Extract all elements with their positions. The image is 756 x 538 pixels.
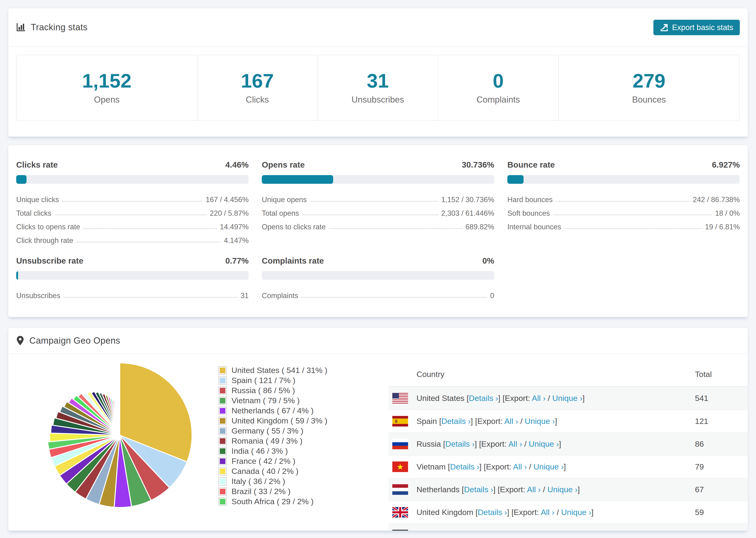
nl-flag-icon <box>392 484 408 495</box>
geo-table: Country Total United States [Details ›] … <box>388 362 748 531</box>
slash-text: / <box>546 394 552 403</box>
legend-label: Italy ( 36 / 2% ) <box>232 477 285 486</box>
export-all-link[interactable]: All › <box>541 508 555 517</box>
country-cell: United Kingdom [Details ›] [Export: All … <box>392 507 695 517</box>
rate-detail-value: 2,303 / 61.446% <box>441 209 494 218</box>
export-unique-link[interactable]: Unique › <box>552 394 582 403</box>
rate-detail-value: 14.497% <box>220 223 249 231</box>
summary-stats-strip: 1,152Opens167Clicks31Unsubscribes0Compla… <box>16 55 740 121</box>
legend-item-germany: Germany ( 55 / 3% ) <box>218 426 327 436</box>
geo-pie-legend: United States ( 541 / 31% )Spain ( 121 /… <box>218 365 327 507</box>
rate-detail-label: Unique clicks <box>16 195 59 204</box>
country-links: United States [Details ›] [Export: All ›… <box>416 394 585 403</box>
country-name: Russia [ <box>416 439 445 448</box>
country-name: Vietnam [ <box>416 462 450 471</box>
dotted-leader <box>301 297 487 297</box>
stat-label: Opens <box>94 95 120 105</box>
summary-stat-unsubscribes: 31Unsubscribes <box>318 55 438 120</box>
country-cell: Russia [Details ›] [Export: All › / Uniq… <box>392 439 695 449</box>
details-link[interactable]: Details › <box>464 485 493 494</box>
legend-swatch <box>218 447 227 456</box>
rate-detail-value: 0 <box>490 292 494 300</box>
legend-label: United Kingdom ( 59 / 3% ) <box>232 416 327 425</box>
vn-flag-icon: ★ <box>392 461 408 472</box>
total-cell: 79 <box>695 462 748 471</box>
rate-value: 30.736% <box>462 160 494 170</box>
rate-detail-rows: Unsubscribes31 <box>16 286 249 300</box>
dotted-leader <box>556 201 689 202</box>
dotted-leader <box>83 228 216 229</box>
ru-flag-icon <box>392 439 408 449</box>
us-flag-icon <box>392 393 408 404</box>
details-link[interactable]: Details › <box>445 439 475 448</box>
stat-label: Complaints <box>476 95 520 105</box>
country-links: United Kingdom [Details ›] [Export: All … <box>416 508 594 517</box>
stat-label: Unsubscribes <box>351 95 404 105</box>
legend-swatch <box>218 477 227 486</box>
summary-stat-opens: 1,152Opens <box>17 55 197 120</box>
geo-table-row: Netherlands [Details ›] [Export: All › /… <box>388 478 748 501</box>
rate-detail-value: 167 / 4.456% <box>206 195 249 204</box>
rate-detail-label: Opens to clicks rate <box>262 223 326 231</box>
rate-detail-label: Internal bounces <box>507 223 561 231</box>
geo-table-row <box>388 523 748 531</box>
legend-label: Netherlands ( 67 / 4% ) <box>232 406 314 415</box>
bracket-text: ] [Export: <box>493 485 527 494</box>
rates-grid: Clicks rate4.46%Unique clicks167 / 4.456… <box>16 160 740 300</box>
export-basic-stats-button[interactable]: Export basic stats <box>653 20 740 35</box>
legend-label: United States ( 541 / 31% ) <box>232 366 327 375</box>
es-flag-icon <box>392 416 408 426</box>
rate-detail-row: Opens to clicks rate689.82% <box>262 218 494 231</box>
dotted-leader <box>77 242 221 242</box>
country-cell: ★Vietnam [Details ›] [Export: All › / Un… <box>392 461 695 472</box>
rate-detail-label: Total opens <box>262 209 299 218</box>
geo-pie-chart[interactable] <box>40 355 199 515</box>
export-unique-link[interactable]: Unique › <box>547 485 577 494</box>
export-all-link[interactable]: All › <box>513 462 527 471</box>
geo-table-row: ★Vietnam [Details ›] [Export: All › / Un… <box>388 455 748 478</box>
geo-title-text: Campaign Geo Opens <box>29 336 120 346</box>
details-link[interactable]: Details › <box>469 394 498 403</box>
export-unique-link[interactable]: Unique › <box>529 439 559 448</box>
rate-detail-value: 220 / 5.87% <box>210 209 249 218</box>
bracket-text: ] [Export: <box>498 394 532 403</box>
export-all-link[interactable]: All › <box>508 439 522 448</box>
geo-opens-header: Campaign Geo Opens <box>8 328 748 354</box>
export-icon <box>660 23 669 32</box>
bar-chart-icon <box>16 23 26 32</box>
rate-detail-row: Clicks to opens rate14.497% <box>16 218 249 231</box>
details-link[interactable]: Details › <box>450 462 479 471</box>
legend-swatch <box>218 406 227 415</box>
export-unique-link[interactable]: Unique › <box>561 508 591 517</box>
geo-table-header-total: Total <box>695 370 748 379</box>
legend-swatch <box>218 376 227 385</box>
country-links: Spain [Details ›] [Export: All › / Uniqu… <box>416 417 557 426</box>
rate-title: Complaints rate <box>262 256 324 265</box>
bracket-text: ] [Export: <box>475 439 509 448</box>
rate-progress-bar <box>507 175 740 184</box>
export-all-link[interactable]: All › <box>532 394 546 403</box>
geo-table-header-country: Country <box>388 370 695 379</box>
tracking-stats-card: Tracking stats Export basic stats 1,152O… <box>8 8 748 137</box>
country-links: Netherlands [Details ›] [Export: All › /… <box>416 485 580 494</box>
export-all-link[interactable]: All › <box>504 417 518 426</box>
rate-progress-fill <box>16 175 27 184</box>
dotted-leader <box>64 297 237 297</box>
rate-detail-row: Hard bounces242 / 86.738% <box>507 190 740 204</box>
export-all-link[interactable]: All › <box>527 485 541 494</box>
legend-swatch <box>218 457 227 465</box>
details-link[interactable]: Details › <box>441 417 471 426</box>
export-unique-link[interactable]: Unique › <box>533 462 564 471</box>
country-cell: Netherlands [Details ›] [Export: All › /… <box>392 484 695 495</box>
details-link[interactable]: Details › <box>478 508 507 517</box>
export-unique-link[interactable]: Unique › <box>525 417 555 426</box>
stat-value: 0 <box>493 71 504 91</box>
legend-item-russia: Russia ( 86 / 5% ) <box>218 385 327 396</box>
rate-header: Clicks rate4.46% <box>16 160 249 170</box>
dotted-leader <box>302 215 438 215</box>
rate-title: Clicks rate <box>16 160 58 170</box>
rate-detail-value: 31 <box>241 292 249 300</box>
rate-detail-rows: Hard bounces242 / 86.738%Soft bounces18 … <box>507 190 740 231</box>
stat-label: Clicks <box>246 95 269 105</box>
geo-title: Campaign Geo Opens <box>16 336 120 346</box>
